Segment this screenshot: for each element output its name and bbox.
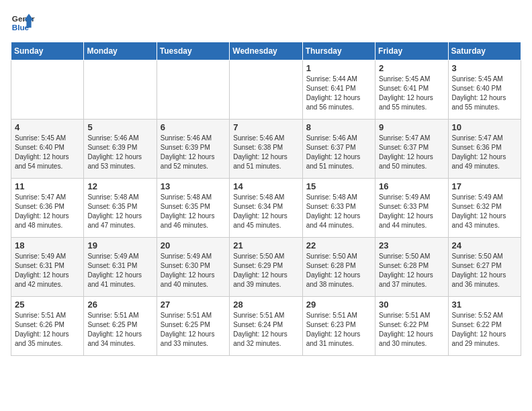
cell-content: Sunrise: 5:49 AM Sunset: 6:32 PM Dayligh…: [452, 193, 517, 230]
weekday-header-wednesday: Wednesday: [230, 42, 302, 60]
cell-content: Sunrise: 5:47 AM Sunset: 6:37 PM Dayligh…: [379, 134, 444, 171]
cell-content: Sunrise: 5:52 AM Sunset: 6:22 PM Dayligh…: [452, 311, 517, 349]
week-row-4: 18Sunrise: 5:49 AM Sunset: 6:31 PM Dayli…: [11, 238, 521, 297]
day-number: 5: [87, 122, 152, 132]
cell-content: Sunrise: 5:46 AM Sunset: 6:39 PM Dayligh…: [87, 134, 152, 171]
calendar-cell: 28Sunrise: 5:51 AM Sunset: 6:24 PM Dayli…: [230, 297, 302, 356]
calendar-cell: 10Sunrise: 5:47 AM Sunset: 6:36 PM Dayli…: [448, 120, 521, 179]
day-number: 9: [379, 122, 444, 132]
day-number: 15: [306, 181, 371, 191]
cell-content: Sunrise: 5:46 AM Sunset: 6:38 PM Dayligh…: [233, 134, 298, 171]
logo-icon: General Blue: [11, 11, 35, 35]
day-number: 24: [452, 240, 517, 250]
weekday-header-thursday: Thursday: [302, 42, 375, 60]
cell-content: Sunrise: 5:51 AM Sunset: 6:25 PM Dayligh…: [87, 311, 152, 349]
calendar-cell: 22Sunrise: 5:50 AM Sunset: 6:28 PM Dayli…: [302, 238, 375, 297]
cell-content: Sunrise: 5:49 AM Sunset: 6:31 PM Dayligh…: [87, 252, 152, 289]
calendar-cell: 1Sunrise: 5:44 AM Sunset: 6:41 PM Daylig…: [302, 60, 375, 120]
calendar-cell: 24Sunrise: 5:50 AM Sunset: 6:27 PM Dayli…: [448, 238, 521, 297]
week-row-1: 1Sunrise: 5:44 AM Sunset: 6:41 PM Daylig…: [11, 60, 521, 120]
calendar-cell: 8Sunrise: 5:46 AM Sunset: 6:37 PM Daylig…: [302, 120, 375, 179]
calendar-cell: 7Sunrise: 5:46 AM Sunset: 6:38 PM Daylig…: [230, 120, 302, 179]
cell-content: Sunrise: 5:47 AM Sunset: 6:36 PM Dayligh…: [452, 134, 517, 171]
day-number: 16: [379, 181, 444, 191]
cell-content: Sunrise: 5:47 AM Sunset: 6:36 PM Dayligh…: [15, 193, 80, 230]
cell-content: Sunrise: 5:48 AM Sunset: 6:35 PM Dayligh…: [87, 193, 152, 230]
calendar-cell: 9Sunrise: 5:47 AM Sunset: 6:37 PM Daylig…: [375, 120, 448, 179]
week-row-3: 11Sunrise: 5:47 AM Sunset: 6:36 PM Dayli…: [11, 179, 521, 238]
day-number: 11: [15, 181, 80, 191]
cell-content: Sunrise: 5:51 AM Sunset: 6:24 PM Dayligh…: [233, 311, 298, 349]
calendar-cell: 13Sunrise: 5:48 AM Sunset: 6:35 PM Dayli…: [157, 179, 229, 238]
cell-content: Sunrise: 5:50 AM Sunset: 6:28 PM Dayligh…: [379, 252, 444, 289]
cell-content: Sunrise: 5:51 AM Sunset: 6:23 PM Dayligh…: [306, 311, 371, 349]
calendar-cell: 3Sunrise: 5:45 AM Sunset: 6:40 PM Daylig…: [448, 60, 521, 120]
cell-content: Sunrise: 5:45 AM Sunset: 6:40 PM Dayligh…: [15, 134, 80, 171]
calendar-table: SundayMondayTuesdayWednesdayThursdayFrid…: [11, 42, 521, 356]
cell-content: Sunrise: 5:48 AM Sunset: 6:33 PM Dayligh…: [306, 193, 371, 230]
day-number: 14: [233, 181, 298, 191]
weekday-header-tuesday: Tuesday: [157, 42, 229, 60]
calendar-cell: [157, 60, 229, 120]
cell-content: Sunrise: 5:50 AM Sunset: 6:27 PM Dayligh…: [452, 252, 517, 289]
cell-content: Sunrise: 5:50 AM Sunset: 6:28 PM Dayligh…: [306, 252, 371, 289]
calendar-cell: 19Sunrise: 5:49 AM Sunset: 6:31 PM Dayli…: [84, 238, 157, 297]
weekday-header-sunday: Sunday: [11, 42, 84, 60]
day-number: 2: [379, 63, 444, 73]
calendar-cell: 21Sunrise: 5:50 AM Sunset: 6:29 PM Dayli…: [230, 238, 302, 297]
cell-content: Sunrise: 5:46 AM Sunset: 6:39 PM Dayligh…: [161, 134, 226, 171]
calendar-cell: 20Sunrise: 5:49 AM Sunset: 6:30 PM Dayli…: [157, 238, 229, 297]
day-number: 27: [161, 300, 226, 310]
day-number: 3: [452, 63, 517, 73]
day-number: 21: [233, 240, 298, 250]
calendar-cell: 14Sunrise: 5:48 AM Sunset: 6:34 PM Dayli…: [230, 179, 302, 238]
day-number: 18: [15, 240, 80, 250]
calendar-cell: 15Sunrise: 5:48 AM Sunset: 6:33 PM Dayli…: [302, 179, 375, 238]
weekday-header-row: SundayMondayTuesdayWednesdayThursdayFrid…: [11, 42, 521, 60]
day-number: 23: [379, 240, 444, 250]
weekday-header-saturday: Saturday: [448, 42, 521, 60]
day-number: 30: [379, 300, 444, 310]
calendar-cell: 30Sunrise: 5:51 AM Sunset: 6:22 PM Dayli…: [375, 297, 448, 356]
cell-content: Sunrise: 5:51 AM Sunset: 6:26 PM Dayligh…: [15, 311, 80, 349]
cell-content: Sunrise: 5:49 AM Sunset: 6:33 PM Dayligh…: [379, 193, 444, 230]
weekday-header-monday: Monday: [84, 42, 157, 60]
week-row-5: 25Sunrise: 5:51 AM Sunset: 6:26 PM Dayli…: [11, 297, 521, 356]
day-number: 6: [161, 122, 226, 132]
page-header: General Blue: [11, 11, 521, 35]
calendar-cell: 4Sunrise: 5:45 AM Sunset: 6:40 PM Daylig…: [11, 120, 84, 179]
calendar-cell: 31Sunrise: 5:52 AM Sunset: 6:22 PM Dayli…: [448, 297, 521, 356]
calendar-cell: 26Sunrise: 5:51 AM Sunset: 6:25 PM Dayli…: [84, 297, 157, 356]
cell-content: Sunrise: 5:45 AM Sunset: 6:40 PM Dayligh…: [452, 75, 517, 112]
day-number: 12: [87, 181, 152, 191]
day-number: 4: [15, 122, 80, 132]
calendar-cell: 5Sunrise: 5:46 AM Sunset: 6:39 PM Daylig…: [84, 120, 157, 179]
day-number: 26: [87, 300, 152, 310]
week-row-2: 4Sunrise: 5:45 AM Sunset: 6:40 PM Daylig…: [11, 120, 521, 179]
day-number: 17: [452, 181, 517, 191]
cell-content: Sunrise: 5:48 AM Sunset: 6:34 PM Dayligh…: [233, 193, 298, 230]
calendar-cell: 18Sunrise: 5:49 AM Sunset: 6:31 PM Dayli…: [11, 238, 84, 297]
calendar-cell: 11Sunrise: 5:47 AM Sunset: 6:36 PM Dayli…: [11, 179, 84, 238]
weekday-header-friday: Friday: [375, 42, 448, 60]
calendar-cell: 27Sunrise: 5:51 AM Sunset: 6:25 PM Dayli…: [157, 297, 229, 356]
calendar-cell: 12Sunrise: 5:48 AM Sunset: 6:35 PM Dayli…: [84, 179, 157, 238]
calendar-cell: 2Sunrise: 5:45 AM Sunset: 6:41 PM Daylig…: [375, 60, 448, 120]
cell-content: Sunrise: 5:50 AM Sunset: 6:29 PM Dayligh…: [233, 252, 298, 289]
day-number: 31: [452, 300, 517, 310]
day-number: 20: [161, 240, 226, 250]
day-number: 1: [306, 63, 371, 73]
calendar-cell: 6Sunrise: 5:46 AM Sunset: 6:39 PM Daylig…: [157, 120, 229, 179]
cell-content: Sunrise: 5:46 AM Sunset: 6:37 PM Dayligh…: [306, 134, 371, 171]
day-number: 28: [233, 300, 298, 310]
day-number: 22: [306, 240, 371, 250]
calendar-cell: 17Sunrise: 5:49 AM Sunset: 6:32 PM Dayli…: [448, 179, 521, 238]
day-number: 8: [306, 122, 371, 132]
calendar-cell: 23Sunrise: 5:50 AM Sunset: 6:28 PM Dayli…: [375, 238, 448, 297]
calendar-cell: 29Sunrise: 5:51 AM Sunset: 6:23 PM Dayli…: [302, 297, 375, 356]
cell-content: Sunrise: 5:48 AM Sunset: 6:35 PM Dayligh…: [161, 193, 226, 230]
cell-content: Sunrise: 5:45 AM Sunset: 6:41 PM Dayligh…: [379, 75, 444, 112]
calendar-cell: [11, 60, 84, 120]
calendar-cell: [84, 60, 157, 120]
day-number: 10: [452, 122, 517, 132]
